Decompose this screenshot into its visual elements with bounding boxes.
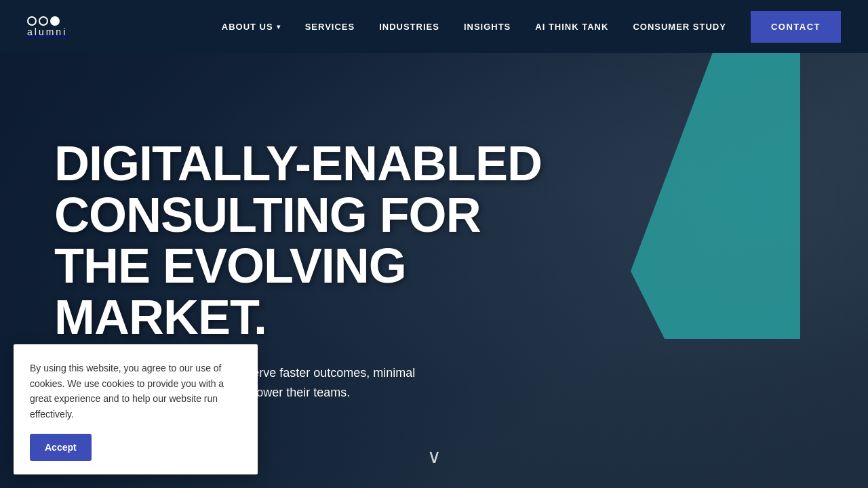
logo-circle-3 [50, 16, 60, 26]
cookie-message: By using this website, you agree to our … [30, 361, 241, 422]
cookie-banner: By using this website, you agree to our … [14, 344, 258, 474]
contact-button[interactable]: CONTACT [751, 11, 841, 43]
hero-title: DIGITALLY-ENABLED CONSULTING FOR THE EVO… [54, 138, 583, 343]
nav-item-industries[interactable]: INDUSTRIES [379, 22, 439, 32]
accept-cookies-button[interactable]: Accept [30, 434, 92, 461]
nav-links: ABOUT US ▾ SERVICES INDUSTRIES INSIGHTS … [222, 11, 841, 43]
logo-circle-2 [39, 16, 48, 26]
nav-item-insights[interactable]: INSIGHTS [464, 22, 511, 32]
logo-link[interactable]: alumni [27, 16, 67, 37]
logo-name: alumni [27, 27, 67, 37]
scroll-down-indicator[interactable]: ∨ [427, 445, 441, 468]
nav-item-consumer-study[interactable]: CONSUMER STUDY [633, 22, 726, 32]
logo: alumni [27, 16, 67, 37]
nav-item-services[interactable]: SERVICES [305, 22, 355, 32]
chevron-down-icon: ▾ [277, 23, 281, 30]
nav-item-ai-think-tank[interactable]: AI THINK TANK [535, 22, 608, 32]
logo-text: alumni [27, 26, 67, 37]
nav-item-about-us[interactable]: ABOUT US ▾ [222, 22, 281, 32]
main-navigation: alumni ABOUT US ▾ SERVICES INDUSTRIES IN… [0, 0, 868, 53]
logo-circle-1 [27, 16, 37, 26]
logo-circles [27, 16, 60, 26]
